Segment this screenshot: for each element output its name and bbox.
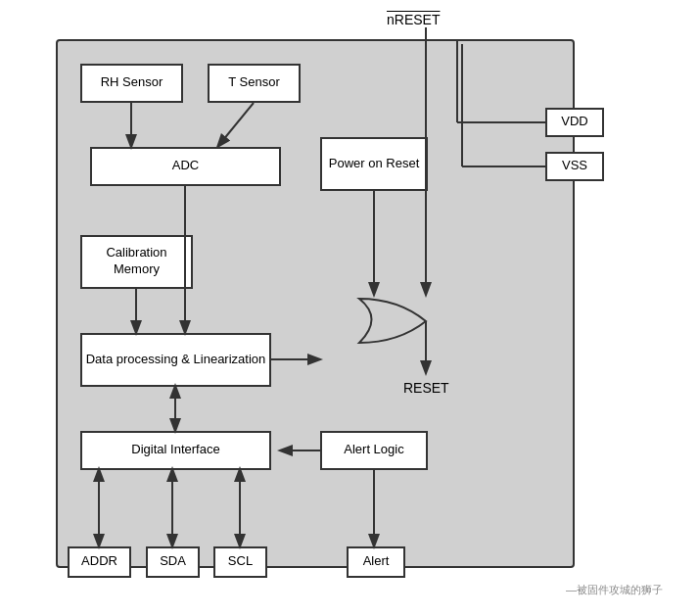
addr-label: ADDR [81,553,117,570]
vdd-block: VDD [545,108,604,137]
vss-block: VSS [545,152,604,181]
vss-label: VSS [562,158,587,174]
alert-logic-block: Alert Logic [320,431,428,470]
adc-block: ADC [90,147,281,186]
alert-logic-label: Alert Logic [344,442,403,458]
diagram-container: nRESET VDD VSS RH Sensor T Sensor ADC Po… [26,10,673,607]
scl-label: SCL [228,553,253,570]
alert-label: Alert [363,553,390,570]
data-processing-label: Data processing & Linearization [86,352,266,368]
alert-block: Alert [347,546,405,578]
rh-sensor-block: RH Sensor [80,64,183,103]
chip-boundary [56,39,575,568]
rh-sensor-label: RH Sensor [101,74,163,91]
t-sensor-label: T Sensor [228,74,280,91]
sda-label: SDA [160,553,186,570]
adc-label: ADC [172,158,199,174]
calibration-memory-label: Calibration Memory [82,245,191,278]
addr-block: ADDR [68,546,131,578]
vdd-label: VDD [561,114,587,130]
watermark: —被固件攻城的狮子 [566,583,663,597]
digital-interface-label: Digital Interface [131,442,219,458]
nreset-label: nRESET [387,12,440,27]
sda-block: SDA [146,546,200,578]
power-on-reset-label: Power on Reset [329,156,420,172]
reset-label: RESET [403,380,449,396]
t-sensor-block: T Sensor [208,64,301,103]
data-processing-block: Data processing & Linearization [80,333,271,387]
scl-block: SCL [213,546,267,578]
digital-interface-block: Digital Interface [80,431,271,470]
power-on-reset-block: Power on Reset [320,137,428,191]
calibration-memory-block: Calibration Memory [80,235,193,289]
